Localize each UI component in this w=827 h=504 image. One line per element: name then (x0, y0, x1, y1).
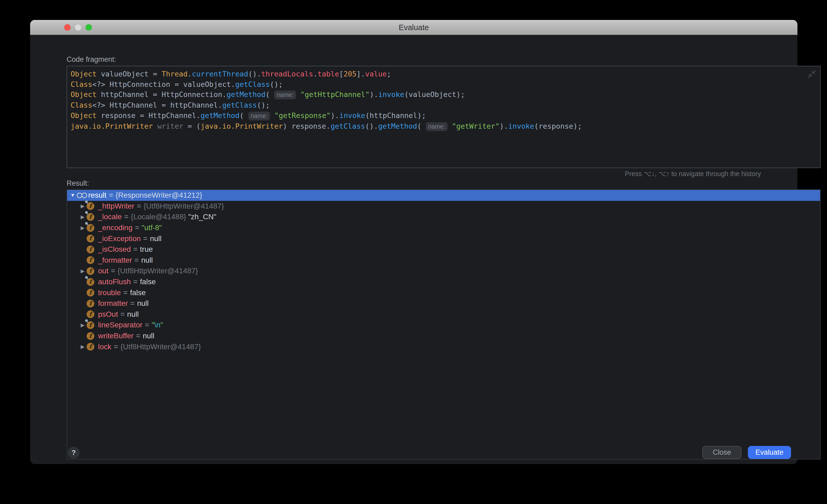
result-tree: ▼ result = {ResponseWriter@41212} ▶ f _h… (67, 190, 820, 352)
title-bar[interactable]: Evaluate (30, 20, 797, 35)
variable-name: psOut (98, 310, 118, 318)
tree-row[interactable]: f _ioException = null (67, 233, 820, 244)
watch-result-icon (77, 191, 86, 200)
equals-sign: = (120, 310, 125, 318)
code-line: Object httpChannel = HttpConnection.getM… (70, 90, 804, 100)
field-icon: f (87, 234, 96, 243)
variable-value: "\n" (152, 321, 163, 329)
variable-name: result (88, 191, 106, 200)
history-hint: Press ⌥↓, ⌥↑ to navigate through the his… (625, 170, 761, 178)
field-icon: f (87, 320, 96, 330)
field-icon: f (87, 266, 96, 275)
pin-marker-icon (85, 200, 89, 204)
inline-parameter-hint: name: (426, 122, 448, 131)
evaluate-button[interactable]: Evaluate (748, 446, 791, 459)
expand-arrow-icon[interactable]: ▶ (79, 268, 87, 274)
code-line: java.io.PrintWriter writer = (java.io.Pr… (70, 121, 804, 132)
equals-sign: = (124, 213, 129, 221)
result-label: Result: (66, 179, 89, 188)
equals-sign: = (143, 235, 147, 243)
equals-sign: = (114, 343, 118, 351)
variable-value: {Utf8HttpWriter@41487} (117, 267, 198, 275)
variable-name: out (98, 267, 108, 275)
variable-value: null (127, 310, 139, 318)
pin-marker-icon (85, 276, 89, 280)
variable-name: _encoding (98, 223, 133, 232)
variable-name: lineSeparator (98, 321, 143, 329)
tree-row[interactable]: f _isClosed = true (67, 244, 820, 255)
code-editor[interactable]: Object valueObject = Thread.currentThrea… (66, 66, 821, 168)
variable-name: _ioException (98, 235, 141, 243)
pin-marker-icon (85, 319, 89, 323)
tree-row[interactable]: ▶ f lock = {Utf8HttpWriter@41487} (67, 341, 820, 352)
tree-row[interactable]: ▶ f lineSeparator = "\n" (67, 320, 820, 331)
variable-value: {Utf8HttpWriter@41487} (144, 202, 224, 210)
equals-sign: = (111, 267, 115, 275)
field-icon: f (87, 332, 96, 341)
expand-arrow-icon[interactable]: ▼ (69, 192, 77, 198)
inline-parameter-hint: name: (248, 112, 270, 120)
equals-sign: = (145, 321, 149, 329)
field-icon: f (87, 288, 96, 297)
tree-row[interactable]: ▶ f _locale = {Locale@41488} "zh_CN" (67, 211, 820, 222)
field-icon: f (87, 256, 96, 265)
variable-value: {Locale@41488} "zh_CN" (131, 213, 216, 221)
equals-sign: = (133, 245, 138, 254)
equals-sign: = (136, 332, 140, 340)
evaluate-dialog: Evaluate Code fragment: Object valueObje… (30, 20, 797, 464)
variable-name: trouble (98, 289, 121, 297)
variable-value: false (130, 289, 146, 297)
tree-row[interactable]: f autoFlush = false (67, 276, 820, 288)
variable-name: _isClosed (98, 245, 131, 254)
code-editor-content[interactable]: Object valueObject = Thread.currentThrea… (70, 69, 804, 132)
field-icon: f (87, 299, 96, 308)
tree-row[interactable]: f writeBuffer = null (67, 331, 820, 342)
help-button[interactable]: ? (68, 447, 80, 459)
code-line: Object valueObject = Thread.currentThrea… (70, 69, 804, 80)
equals-sign: = (135, 256, 139, 264)
equals-sign: = (124, 289, 128, 297)
window-title: Evaluate (30, 20, 797, 35)
tree-row[interactable]: ▼ result = {ResponseWriter@41212} (67, 190, 820, 201)
field-icon: f (87, 277, 96, 286)
result-tree-panel: ▼ result = {ResponseWriter@41212} ▶ f _h… (66, 189, 821, 459)
field-icon: f (87, 310, 96, 319)
variable-value: {Utf8HttpWriter@41487} (120, 343, 201, 351)
equals-sign: = (135, 223, 139, 232)
field-icon: f (87, 212, 96, 221)
field-icon: f (87, 245, 96, 254)
code-line: Object response = HttpChannel.getMethod(… (70, 110, 804, 121)
equals-sign: = (109, 191, 113, 200)
variable-value: null (137, 299, 149, 308)
tree-row[interactable]: ▶ f _encoding = "utf-8" (67, 222, 820, 233)
variable-name: _locale (98, 213, 122, 221)
collapse-icon[interactable] (806, 68, 817, 80)
tree-row[interactable]: ▶ f out = {Utf8HttpWriter@41487} (67, 265, 820, 276)
tree-row[interactable]: f formatter = null (67, 298, 820, 309)
variable-value: false (140, 278, 156, 286)
tree-row[interactable]: f psOut = null (67, 309, 820, 320)
equals-sign: = (137, 202, 141, 210)
tree-row[interactable]: f _formatter = null (67, 255, 820, 266)
expand-arrow-icon[interactable]: ▶ (79, 344, 87, 350)
tree-row[interactable]: f trouble = false (67, 287, 820, 298)
close-button[interactable]: Close (702, 446, 741, 459)
pin-marker-icon (85, 222, 89, 225)
field-icon: f (87, 223, 96, 232)
variable-name: _httpWriter (98, 202, 134, 210)
code-line: Class<?> HttpChannel = httpChannel.getCl… (70, 100, 804, 110)
tree-row[interactable]: ▶ f _httpWriter = {Utf8HttpWriter@41487} (67, 201, 820, 212)
equals-sign: = (133, 278, 138, 286)
equals-sign: = (130, 299, 135, 308)
variable-name: _formatter (98, 256, 132, 264)
field-icon: f (87, 202, 96, 211)
code-fragment-label: Code fragment: (66, 55, 116, 64)
variable-name: formatter (98, 299, 128, 308)
field-icon: f (87, 342, 96, 351)
pin-marker-icon (85, 211, 89, 215)
variable-value: {ResponseWriter@41212} (116, 191, 202, 200)
variable-value: null (143, 332, 154, 340)
variable-value: "utf-8" (142, 223, 162, 232)
variable-value: null (150, 235, 162, 243)
variable-value: null (141, 256, 153, 264)
